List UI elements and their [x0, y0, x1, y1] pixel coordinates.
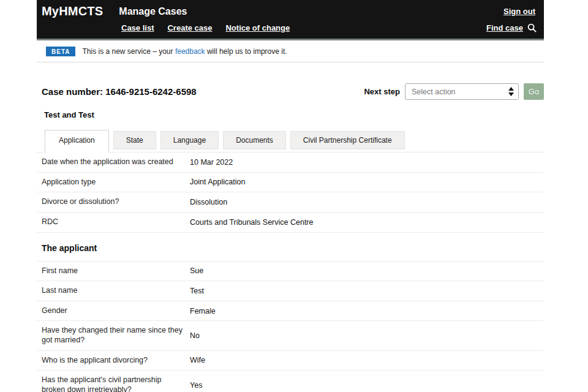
sign-out-link[interactable]: Sign out: [503, 7, 535, 16]
beta-banner: BETA This is a new service – your feedba…: [37, 40, 544, 62]
field-row: Date when the application was created10 …: [37, 153, 544, 173]
field-row: RDCCourts and Tribunals Service Centre: [37, 213, 544, 233]
find-case-link[interactable]: Find case: [486, 23, 537, 32]
case-parties-title: Test and Test: [44, 110, 544, 119]
field-value: Yes: [190, 381, 539, 390]
next-step-group: Next step Select action Go: [364, 83, 544, 100]
next-step-selected-value: Select action: [412, 88, 508, 96]
myhmcts-logo[interactable]: MyHMCTS: [42, 4, 103, 18]
beta-text: This is a new service – your feedback wi…: [82, 47, 287, 56]
nav-create-case[interactable]: Create case: [167, 23, 212, 32]
tab-civil-partnership-certificate[interactable]: Civil Partnership Certificate: [290, 131, 405, 149]
field-label: Application type: [42, 178, 190, 187]
beta-text-before: This is a new service – your: [82, 47, 175, 56]
tab-state[interactable]: State: [113, 131, 156, 149]
primary-nav: Case list Create case Notice of change F…: [37, 20, 544, 39]
tab-documents[interactable]: Documents: [223, 131, 286, 149]
field-value: 10 Mar 2022: [190, 158, 539, 167]
case-number-heading: Case number: 1646-9215-6242-6598: [42, 86, 197, 97]
field-row: First nameSue: [37, 262, 544, 282]
field-value: Courts and Tribunals Service Centre: [190, 218, 539, 227]
field-value: Test: [190, 287, 539, 295]
field-value: Female: [190, 307, 539, 315]
tab-language[interactable]: Language: [160, 131, 219, 149]
field-row: Divorce or dissolution?Dissolution: [37, 192, 544, 213]
field-label: Have they changed their name since they …: [42, 326, 190, 345]
nav-case-list[interactable]: Case list: [121, 23, 154, 32]
field-label: Date when the application was created: [42, 157, 190, 167]
field-value: Joint Application: [190, 178, 539, 186]
field-row: Who is the applicant divorcing?Wife: [37, 351, 544, 371]
case-detail-main: Case number: 1646-9215-6242-6598 Next st…: [37, 83, 544, 392]
next-step-label: Next step: [364, 87, 400, 96]
tab-application[interactable]: Application: [45, 130, 109, 153]
field-label: RDC: [42, 217, 190, 227]
beta-text-after: will help us to improve it.: [205, 47, 287, 56]
app-title: Manage Cases: [119, 6, 187, 17]
field-label: First name: [42, 266, 190, 276]
case-field-table: Date when the application was created10 …: [37, 153, 544, 392]
field-label: Gender: [42, 306, 190, 316]
field-value: Wife: [190, 356, 539, 364]
field-row: Application typeJoint Application: [37, 173, 544, 193]
field-label: Who is the applicant divorcing?: [42, 356, 190, 366]
updown-spinner-icon: [508, 87, 514, 96]
field-label: Last name: [42, 286, 190, 296]
case-tabs: ApplicationStateLanguageDocumentsCivil P…: [37, 130, 544, 153]
header-top-row: MyHMCTS Manage Cases Sign out: [37, 0, 544, 20]
field-value: Dissolution: [190, 198, 539, 206]
field-row: GenderFemale: [37, 301, 544, 322]
field-value: No: [190, 331, 539, 340]
find-case-label: Find case: [486, 23, 523, 32]
field-row: Have they changed their name since they …: [37, 321, 544, 350]
search-icon: [527, 23, 537, 32]
field-label: Divorce or dissolution?: [42, 197, 190, 207]
field-value: Sue: [190, 266, 539, 275]
nav-notice-of-change[interactable]: Notice of change: [225, 23, 290, 32]
feedback-link[interactable]: feedback: [175, 47, 205, 56]
section-heading: The applicant: [37, 233, 544, 262]
field-row: Has the applicant's civil partnership br…: [37, 371, 544, 392]
beta-badge: BETA: [46, 47, 75, 56]
field-label: Has the applicant's civil partnership br…: [42, 375, 190, 392]
go-button[interactable]: Go: [524, 83, 544, 100]
next-step-select[interactable]: Select action: [405, 83, 519, 100]
app-header: MyHMCTS Manage Cases Sign out Case list …: [37, 0, 544, 40]
field-row: Last nameTest: [37, 281, 544, 301]
